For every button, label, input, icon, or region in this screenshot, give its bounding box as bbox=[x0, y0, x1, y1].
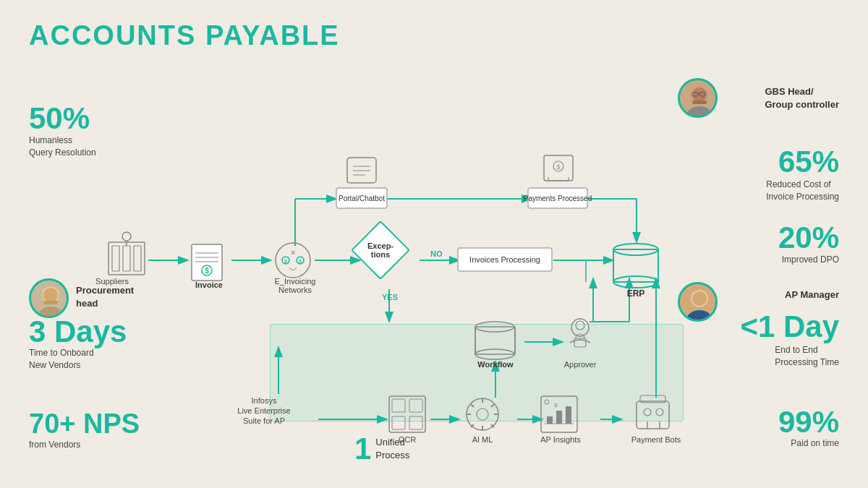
svg-text:Payments Processed: Payments Processed bbox=[524, 194, 592, 202]
svg-text:$: $ bbox=[554, 402, 558, 408]
svg-text:✕: ✕ bbox=[290, 249, 296, 257]
stat-3days-label: Time to OnboardNew Vendors bbox=[29, 347, 94, 372]
stat-20-value: 20% bbox=[778, 221, 839, 255]
stat-50-value: 50% bbox=[29, 101, 90, 136]
svg-text:OCR: OCR bbox=[399, 435, 417, 444]
svg-point-124 bbox=[656, 408, 663, 416]
ap-label: AP Manager bbox=[785, 289, 839, 300]
svg-text:$: $ bbox=[205, 267, 209, 275]
svg-text:Networks: Networks bbox=[278, 286, 312, 294]
svg-text:YES: YES bbox=[382, 293, 398, 301]
stat-20-label: Improved DPO bbox=[782, 254, 839, 265]
svg-rect-80 bbox=[613, 249, 658, 282]
svg-point-93 bbox=[576, 321, 584, 330]
svg-rect-96 bbox=[389, 396, 425, 432]
svg-text:Suppliers: Suppliers bbox=[95, 277, 129, 286]
svg-point-92 bbox=[571, 319, 589, 336]
svg-text:Invoices Processing: Invoices Processing bbox=[469, 255, 540, 264]
svg-point-102 bbox=[467, 398, 498, 430]
svg-rect-100 bbox=[409, 416, 422, 429]
svg-text:Suite for AP: Suite for AP bbox=[243, 416, 285, 425]
stat-65-value: 65% bbox=[778, 145, 839, 179]
svg-text:AI ML: AI ML bbox=[472, 435, 493, 444]
stat-50-label: HumanlessQuery Resolution bbox=[29, 134, 96, 159]
svg-rect-40 bbox=[112, 246, 119, 271]
svg-text:Payment Bots: Payment Bots bbox=[631, 435, 681, 444]
svg-text:$: $ bbox=[556, 163, 560, 171]
svg-rect-97 bbox=[392, 399, 405, 412]
svg-rect-115 bbox=[547, 416, 553, 424]
svg-point-43 bbox=[122, 232, 131, 241]
stat-65-label: Reduced Cost ofInvoice Processing bbox=[766, 179, 839, 203]
svg-rect-98 bbox=[409, 399, 422, 412]
svg-text:$: $ bbox=[284, 258, 288, 265]
svg-point-123 bbox=[644, 408, 651, 416]
stat-99-value: 99% bbox=[778, 405, 839, 440]
svg-rect-39 bbox=[109, 242, 145, 275]
stat-70nps-label: from Vendors bbox=[29, 440, 80, 450]
svg-rect-117 bbox=[566, 406, 571, 424]
svg-text:Workflow: Workflow bbox=[477, 360, 514, 369]
avatar-procurement bbox=[29, 278, 69, 318]
svg-rect-116 bbox=[556, 411, 562, 424]
svg-line-110 bbox=[491, 404, 494, 407]
svg-point-103 bbox=[477, 408, 488, 420]
svg-text:Excep-: Excep- bbox=[367, 241, 393, 250]
stat-1day-label: End to EndProcessing Time bbox=[775, 344, 839, 369]
svg-point-2 bbox=[43, 288, 58, 302]
stat-1day-value: <1 Day bbox=[740, 309, 839, 344]
stat-99-label: Paid on time bbox=[791, 438, 839, 448]
svg-text:Infosys: Infosys bbox=[252, 396, 277, 405]
svg-text:Approver: Approver bbox=[564, 360, 597, 369]
svg-text:AP Insights: AP Insights bbox=[540, 435, 581, 444]
svg-text:Live Enterprise: Live Enterprise bbox=[237, 406, 290, 415]
svg-rect-41 bbox=[123, 246, 130, 271]
svg-rect-99 bbox=[392, 416, 405, 429]
gbs-label: GBS Head/Group controller bbox=[765, 85, 839, 111]
svg-rect-121 bbox=[637, 401, 669, 429]
page-title: ACCOUNTS PAYABLE bbox=[29, 20, 340, 51]
svg-point-118 bbox=[545, 400, 549, 404]
svg-text:E_Invoicing: E_Invoicing bbox=[275, 277, 316, 286]
svg-text:tions: tions bbox=[371, 250, 390, 259]
svg-text:NO: NO bbox=[430, 249, 443, 258]
svg-line-108 bbox=[471, 404, 474, 407]
svg-rect-7 bbox=[692, 100, 707, 104]
svg-rect-42 bbox=[134, 246, 141, 271]
svg-text:ERP: ERP bbox=[627, 288, 645, 299]
svg-text:Portal/Chatbot: Portal/Chatbot bbox=[339, 194, 385, 202]
svg-text:$: $ bbox=[299, 258, 302, 265]
svg-text:Invoice: Invoice bbox=[195, 281, 223, 289]
svg-rect-3 bbox=[43, 301, 58, 304]
flow-diagram: Suppliers $ Invoice ✕ $ $ E_Invoicing Ne… bbox=[94, 65, 694, 484]
svg-point-13 bbox=[692, 291, 707, 306]
